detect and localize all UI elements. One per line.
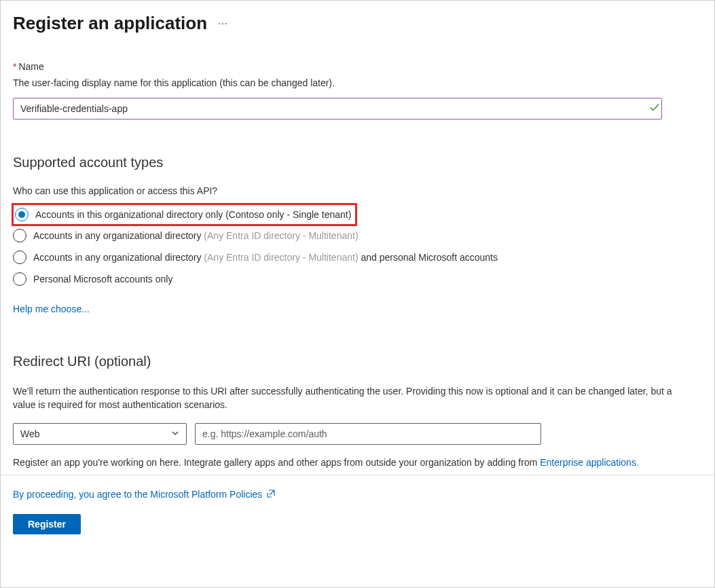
radio-option-multitenant[interactable]: Accounts in any organizational directory…: [13, 225, 702, 246]
separator: [1, 475, 714, 475]
policies-row: By proceeding, you agree to the Microsof…: [13, 489, 702, 500]
radio-option-personal-only[interactable]: Personal Microsoft accounts only: [13, 268, 702, 290]
chevron-down-icon: [171, 428, 179, 439]
name-input-wrap: [13, 98, 702, 120]
radio-icon: [13, 272, 26, 286]
radio-icon: [13, 251, 26, 264]
platform-policies-link[interactable]: By proceeding, you agree to the Microsof…: [13, 489, 262, 500]
external-link-icon: [266, 489, 276, 500]
name-input[interactable]: [13, 98, 662, 120]
radio-label: Accounts in any organizational directory…: [33, 230, 359, 241]
name-description: The user-facing display name for this ap…: [13, 77, 702, 88]
platform-select-value: Web: [20, 428, 40, 439]
radio-option-multitenant-personal[interactable]: Accounts in any organizational directory…: [13, 246, 702, 268]
register-button[interactable]: Register: [13, 514, 81, 534]
name-label-row: *Name: [13, 61, 702, 72]
redirect-uri-row: Web: [13, 423, 702, 445]
radio-icon: [13, 229, 26, 242]
name-label: Name: [18, 61, 43, 72]
radio-label: Personal Microsoft accounts only: [33, 274, 172, 284]
page-header: Register an application ⋯: [13, 13, 702, 34]
redirect-uri-input[interactable]: [195, 423, 541, 445]
radio-option-single-tenant[interactable]: Accounts in this organizational director…: [12, 203, 357, 226]
radio-label: Accounts in this organizational director…: [35, 209, 351, 220]
check-icon: [649, 103, 660, 115]
register-application-page: Register an application ⋯ *Name The user…: [0, 0, 715, 588]
platform-select[interactable]: Web: [13, 423, 187, 445]
account-types-title: Supported account types: [13, 155, 702, 170]
required-star: *: [13, 61, 16, 72]
radio-label: Accounts in any organizational directory…: [33, 252, 498, 263]
redirect-uri-title: Redirect URI (optional): [13, 354, 702, 369]
account-types-radio-list: Accounts in this organizational director…: [13, 203, 702, 290]
more-icon[interactable]: ⋯: [218, 18, 229, 29]
redirect-uri-description: We'll return the authentication response…: [13, 384, 692, 412]
radio-icon: [15, 208, 29, 221]
account-types-question: Who can use this application or access t…: [13, 185, 702, 196]
page-title: Register an application: [13, 13, 207, 34]
integrate-text: Register an app you're working on here. …: [13, 457, 702, 468]
help-me-choose-link[interactable]: Help me choose...: [13, 304, 90, 314]
enterprise-applications-link[interactable]: Enterprise applications.: [540, 457, 639, 468]
